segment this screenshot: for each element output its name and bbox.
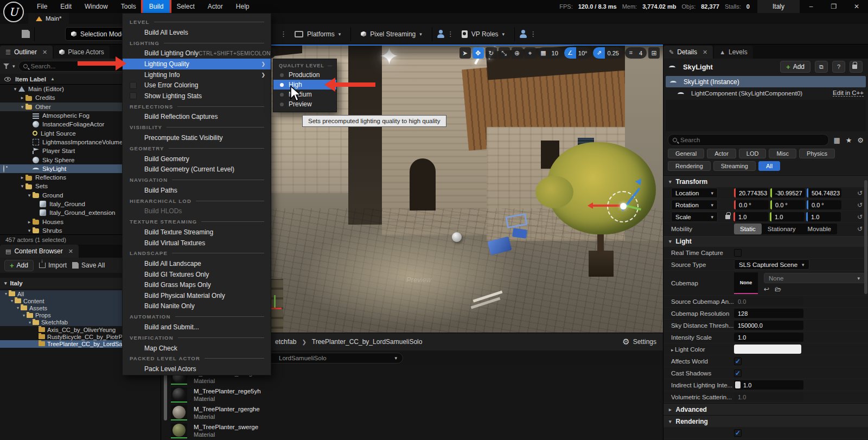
menu-window[interactable]: Window	[78, 0, 114, 13]
location-z-field[interactable]: 504.74823	[807, 188, 841, 197]
dropdown[interactable]: SLS Captured Scene▾	[734, 259, 809, 270]
menu-item-use-error-coloring[interactable]: Use Error Coloring	[123, 80, 271, 91]
menu-item-build-all-levels[interactable]: Build All Levels	[123, 27, 271, 38]
menu-item-show-lighting-stats[interactable]: Show Lighting Stats	[123, 91, 271, 101]
menu-item-build-geometry[interactable]: Build Geometry	[123, 154, 271, 164]
maximize-button[interactable]: ❐	[822, 0, 845, 13]
rotation-x-field[interactable]: 0.0 °	[734, 200, 769, 209]
menu-item-build-lighting-only[interactable]: Build Lighting OnlyCTRL+SHIFT+SEMICOLON	[123, 48, 271, 59]
menu-item-lighting-info[interactable]: Lighting Info❯	[123, 69, 271, 80]
breadcrumb-parent[interactable]: etchfab	[275, 338, 296, 346]
platforms-dropdown[interactable]: Platforms ▾	[289, 24, 346, 44]
value-field[interactable]: 128	[734, 309, 803, 318]
rotation-y-field[interactable]: 0.0 °	[770, 200, 805, 209]
scale-tool-icon[interactable]: ⤡	[499, 47, 510, 59]
menu-item-pack-level-actors[interactable]: Pack Level Actors	[123, 364, 271, 374]
minimize-button[interactable]: –	[800, 0, 822, 13]
menu-item-lighting-quality[interactable]: Lighting Quality❯	[123, 59, 271, 69]
menu-edit[interactable]: Edit	[54, 0, 78, 13]
surface-snap-icon[interactable]: ⌖	[525, 47, 536, 59]
camera-speed-control[interactable]: ⌗ 4	[625, 47, 647, 59]
filter-chip-actor[interactable]: Actor	[707, 149, 736, 158]
cb-settings-button[interactable]: ⚙ Settings	[622, 337, 656, 347]
checkbox[interactable]: ✓	[734, 429, 742, 437]
asset-item[interactable]: M_TreePlanter_rgergheMaterial	[171, 404, 663, 421]
checkbox-icon[interactable]	[130, 92, 137, 99]
asset-item[interactable]: M_TreePlanter_rege5yhMaterial	[171, 386, 663, 403]
reset-icon[interactable]: ↺	[856, 213, 864, 221]
chevron-down-icon[interactable]: ▾	[12, 63, 15, 69]
blueprint-icon[interactable]: ⧉	[815, 61, 828, 73]
close-button[interactable]: ✕	[845, 0, 868, 13]
multi-user-icon[interactable]	[437, 30, 445, 38]
menu-actor[interactable]: Actor	[201, 0, 229, 13]
menu-item-build-texture-streaming[interactable]: Build Texture Streaming	[123, 227, 271, 238]
import-button[interactable]: Import	[39, 262, 67, 269]
expander-icon[interactable]: ▾	[12, 86, 18, 92]
expander-icon[interactable]: ▾	[26, 193, 33, 198]
details-scrollbar[interactable]	[864, 180, 867, 294]
location-x-field[interactable]: 20.774353	[734, 188, 769, 197]
menu-tools[interactable]: Tools	[114, 0, 143, 13]
component-row-instance[interactable]: SkyLight (Instance)	[666, 76, 866, 87]
checkbox[interactable]: ✓	[734, 369, 742, 377]
filter-icon[interactable]	[3, 63, 9, 69]
viewport-layout-icon[interactable]: ⊞	[648, 47, 660, 59]
rotation-z-field[interactable]: 0.0 °	[807, 200, 841, 209]
eye-icon[interactable]	[3, 165, 4, 173]
overflow-kebab-icon[interactable]: ⋮	[527, 30, 539, 38]
scale-dropdown[interactable]: Scale▾	[671, 212, 718, 222]
remote-session-icon[interactable]	[519, 30, 527, 38]
reset-icon[interactable]: ↺	[856, 225, 864, 233]
location-dropdown[interactable]: Location▾	[671, 188, 718, 198]
section-light[interactable]: ▾Light	[663, 235, 868, 247]
reset-icon[interactable]: ↺	[856, 189, 864, 197]
menu-item-build-and-submit-[interactable]: Build and Submit...	[123, 322, 271, 333]
menu-item-build-all-landscape[interactable]: Build All Landscape	[123, 258, 271, 269]
menu-item-precompute-static-visibility[interactable]: Precompute Static Visibility	[123, 132, 271, 143]
display-options-icon[interactable]: ▦	[833, 136, 840, 144]
section-transform[interactable]: ▾Transform	[663, 175, 868, 187]
value-field[interactable]: 150000.0	[734, 321, 803, 330]
value-field[interactable]: 1.0	[734, 380, 803, 390]
component-row-lightcomponent[interactable]: LightComponent (SkyLightComponent0) Edit…	[663, 87, 868, 99]
value-field[interactable]: 1.0	[734, 333, 803, 342]
expander-icon[interactable]: ▾	[19, 104, 25, 110]
menu-select[interactable]: Select	[170, 0, 201, 13]
section-rendering[interactable]: ▾Rendering	[663, 415, 868, 427]
help-icon[interactable]: ?	[832, 61, 845, 73]
filter-chip-rendering[interactable]: Rendering	[668, 161, 711, 171]
filter-chip-all[interactable]: All	[758, 161, 780, 171]
checkbox[interactable]	[734, 249, 742, 257]
expander-icon[interactable]: ▾	[27, 320, 33, 325]
pixel-streaming-dropdown[interactable]: Pixel Streaming ▾	[355, 24, 427, 44]
checkbox[interactable]: ✓	[734, 358, 742, 365]
mobility-option-static[interactable]: Static	[734, 224, 762, 234]
scale-snap-control[interactable]: ⇗ 0.25	[593, 47, 623, 59]
tab-outliner[interactable]: ☰ Outliner ✕	[0, 46, 53, 59]
color-swatch[interactable]	[734, 345, 801, 354]
expander-icon[interactable]: ▸	[19, 175, 25, 180]
move-tool-icon[interactable]: ✥	[473, 47, 484, 59]
scale-x-field[interactable]: 1.0	[733, 212, 768, 221]
cubemap-thumbnail[interactable]: None	[734, 272, 758, 294]
rotate-tool-icon[interactable]: ↻	[486, 47, 497, 59]
use-selected-icon[interactable]: ↩	[764, 285, 769, 293]
menu-item-build-gi-textures-only[interactable]: Build GI Textures Only	[123, 269, 271, 280]
menu-item-build-grass-maps-only[interactable]: Build Grass Maps Only	[123, 280, 271, 291]
location-y-field[interactable]: -30.99527	[770, 188, 805, 197]
mobility-option-movable[interactable]: Movable	[802, 224, 837, 234]
menu-item-map-check[interactable]: Map Check	[123, 343, 271, 354]
menu-item-build-hlods[interactable]: Build HLODs	[123, 206, 271, 217]
lock-icon[interactable]	[850, 61, 863, 73]
section-advanced[interactable]: ▸Advanced	[663, 403, 868, 415]
select-tool-icon[interactable]: ➤	[459, 47, 471, 59]
menu-item-build-geometry-current-level-[interactable]: Build Geometry (Current Level)	[123, 164, 271, 175]
expander-icon[interactable]: ▸	[19, 95, 25, 100]
save-all-button[interactable]: Save All	[72, 262, 105, 269]
rotation-dropdown[interactable]: Rotation▾	[671, 200, 718, 210]
expander-icon[interactable]: ▾	[19, 183, 25, 189]
angle-snap-control[interactable]: ∠ 10°	[564, 47, 592, 59]
save-icon[interactable]	[22, 30, 30, 38]
lock-icon[interactable]	[725, 215, 730, 219]
